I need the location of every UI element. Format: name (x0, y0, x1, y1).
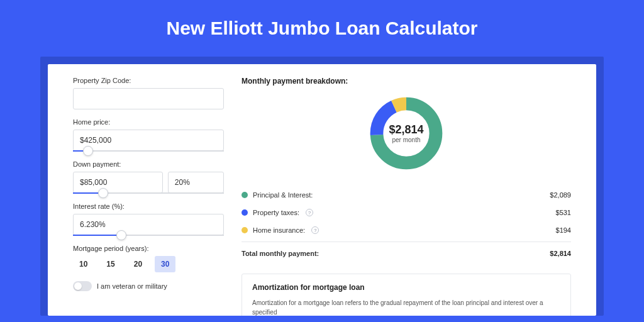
home-price-slider[interactable] (73, 150, 224, 152)
zip-field: Property Zip Code: (73, 77, 224, 109)
info-icon[interactable]: ? (306, 209, 313, 216)
amortization-box: Amortization for mortgage loan Amortizat… (242, 274, 571, 316)
legend-label: Home insurance: (253, 226, 305, 234)
veteran-toggle[interactable] (73, 281, 92, 291)
mortgage-period-options: 10 15 20 30 (73, 256, 224, 272)
legend-label: Property taxes: (253, 209, 299, 216)
mortgage-period-field: Mortgage period (years): 10 15 20 30 (73, 245, 224, 272)
down-payment-input[interactable] (73, 172, 163, 193)
down-payment-slider[interactable] (73, 192, 224, 194)
interest-rate-field: Interest rate (%): (73, 203, 224, 236)
interest-rate-slider[interactable] (73, 235, 224, 236)
donut-center: $2,814 per month (367, 94, 445, 172)
total-value: $2,814 (550, 250, 571, 257)
amortization-text: Amortization for a mortgage loan refers … (252, 298, 560, 316)
home-price-field: Home price: (73, 118, 224, 152)
breakdown-heading: Monthly payment breakdown: (242, 77, 571, 86)
page-title: New Elliott Jumbo Loan Calculator (40, 18, 604, 39)
breakdown-panel: Monthly payment breakdown: $2,814 per mo… (242, 77, 571, 316)
zip-input[interactable] (73, 88, 224, 109)
interest-rate-slider-thumb[interactable] (116, 230, 126, 240)
dot-icon (242, 192, 248, 198)
zip-label: Property Zip Code: (73, 77, 224, 84)
period-option-30[interactable]: 30 (155, 256, 175, 272)
total-label: Total monthly payment: (242, 250, 319, 257)
interest-rate-label: Interest rate (%): (73, 203, 224, 210)
legend-row-ins: Home insurance: ? $194 (242, 221, 571, 239)
donut-value: $2,814 (389, 123, 423, 136)
calculator-card: Property Zip Code: Home price: Down paym… (48, 64, 596, 316)
period-option-20[interactable]: 20 (128, 256, 148, 272)
period-option-15[interactable]: 15 (100, 256, 121, 272)
legend-label: Principal & Interest: (253, 191, 313, 199)
donut-chart-wrap: $2,814 per month (242, 94, 571, 172)
legend-value: $194 (556, 226, 571, 234)
legend-row-total: Total monthly payment: $2,814 (242, 242, 571, 262)
veteran-row: I am veteran or military (73, 281, 224, 291)
home-price-input[interactable] (73, 130, 224, 151)
dot-icon (242, 209, 248, 216)
card-shadow: Property Zip Code: Home price: Down paym… (40, 57, 604, 316)
legend-value: $2,089 (550, 191, 571, 199)
donut-chart: $2,814 per month (367, 94, 445, 172)
down-payment-slider-thumb[interactable] (98, 188, 108, 198)
form-panel: Property Zip Code: Home price: Down paym… (73, 77, 224, 316)
down-payment-label: Down payment: (73, 160, 224, 168)
mortgage-period-label: Mortgage period (years): (73, 245, 224, 252)
legend-row-pi: Principal & Interest: $2,089 (242, 186, 571, 204)
home-price-label: Home price: (73, 118, 224, 126)
donut-sub: per month (392, 136, 420, 143)
legend-value: $531 (556, 209, 571, 216)
down-payment-pct-input[interactable] (168, 172, 224, 193)
interest-rate-slider-fill (73, 235, 121, 236)
down-payment-field: Down payment: (73, 160, 224, 194)
amortization-heading: Amortization for mortgage loan (252, 283, 560, 292)
interest-rate-input[interactable] (73, 214, 224, 235)
info-icon[interactable]: ? (311, 226, 319, 234)
home-price-slider-thumb[interactable] (83, 146, 93, 156)
legend-row-tax: Property taxes: ? $531 (242, 204, 571, 221)
period-option-10[interactable]: 10 (73, 256, 94, 272)
veteran-label: I am veteran or military (97, 282, 167, 290)
dot-icon (242, 227, 248, 233)
